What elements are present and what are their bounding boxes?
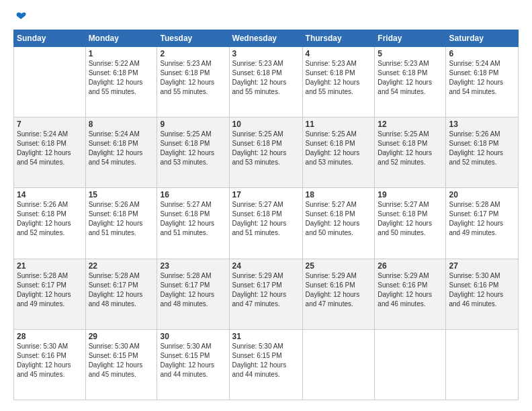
day-info: Sunrise: 5:24 AMSunset: 6:18 PMDaylight:… <box>17 130 83 167</box>
day-info: Sunrise: 5:26 AMSunset: 6:18 PMDaylight:… <box>17 200 83 238</box>
week-row-4: 28Sunrise: 5:30 AMSunset: 6:16 PMDayligh… <box>14 329 519 400</box>
header-row: SundayMondayTuesdayWednesdayThursdayFrid… <box>14 30 519 47</box>
day-cell: 18Sunrise: 5:27 AMSunset: 6:18 PMDayligh… <box>302 188 375 259</box>
day-number: 29 <box>89 332 154 341</box>
logo <box>13 11 27 23</box>
day-cell: 17Sunrise: 5:27 AMSunset: 6:18 PMDayligh… <box>229 188 302 259</box>
day-info: Sunrise: 5:30 AMSunset: 6:16 PMDaylight:… <box>17 342 83 379</box>
day-cell: 8Sunrise: 5:24 AMSunset: 6:18 PMDaylight… <box>85 118 157 188</box>
col-header-thursday: Thursday <box>302 30 375 47</box>
week-row-3: 21Sunrise: 5:28 AMSunset: 6:17 PMDayligh… <box>14 259 519 329</box>
day-number: 8 <box>89 120 154 129</box>
header <box>13 11 519 23</box>
day-number: 3 <box>232 49 300 58</box>
week-row-2: 14Sunrise: 5:26 AMSunset: 6:18 PMDayligh… <box>14 188 519 259</box>
day-cell: 3Sunrise: 5:23 AMSunset: 6:18 PMDaylight… <box>229 47 302 118</box>
day-number: 23 <box>160 261 226 271</box>
day-cell: 6Sunrise: 5:24 AMSunset: 6:18 PMDaylight… <box>446 47 519 118</box>
day-number: 26 <box>378 261 443 271</box>
day-info: Sunrise: 5:26 AMSunset: 6:18 PMDaylight:… <box>449 130 515 167</box>
day-cell: 7Sunrise: 5:24 AMSunset: 6:18 PMDaylight… <box>14 118 86 188</box>
day-cell <box>302 329 375 400</box>
day-cell <box>375 329 446 400</box>
day-cell: 16Sunrise: 5:27 AMSunset: 6:18 PMDayligh… <box>157 188 229 259</box>
day-number: 19 <box>378 190 443 199</box>
day-info: Sunrise: 5:23 AMSunset: 6:18 PMDaylight:… <box>232 59 300 97</box>
day-number: 2 <box>160 49 226 58</box>
day-number: 5 <box>378 49 443 58</box>
day-cell: 24Sunrise: 5:29 AMSunset: 6:17 PMDayligh… <box>229 259 302 329</box>
week-row-0: 1Sunrise: 5:22 AMSunset: 6:18 PMDaylight… <box>14 47 519 118</box>
day-cell: 12Sunrise: 5:25 AMSunset: 6:18 PMDayligh… <box>375 118 446 188</box>
page: SundayMondayTuesdayWednesdayThursdayFrid… <box>0 0 532 411</box>
day-cell: 22Sunrise: 5:28 AMSunset: 6:17 PMDayligh… <box>85 259 157 329</box>
day-info: Sunrise: 5:29 AMSunset: 6:16 PMDaylight:… <box>306 271 372 309</box>
day-info: Sunrise: 5:28 AMSunset: 6:17 PMDaylight:… <box>17 271 83 309</box>
day-info: Sunrise: 5:24 AMSunset: 6:18 PMDaylight:… <box>89 130 154 167</box>
day-number: 17 <box>232 190 300 199</box>
calendar-table: SundayMondayTuesdayWednesdayThursdayFrid… <box>13 30 519 400</box>
col-header-friday: Friday <box>375 30 446 47</box>
day-number: 1 <box>89 49 154 58</box>
day-number: 6 <box>449 49 515 58</box>
col-header-saturday: Saturday <box>446 30 519 47</box>
day-cell: 1Sunrise: 5:22 AMSunset: 6:18 PMDaylight… <box>85 47 157 118</box>
day-cell: 14Sunrise: 5:26 AMSunset: 6:18 PMDayligh… <box>14 188 86 259</box>
day-info: Sunrise: 5:23 AMSunset: 6:18 PMDaylight:… <box>160 59 226 97</box>
day-info: Sunrise: 5:27 AMSunset: 6:18 PMDaylight:… <box>232 200 300 238</box>
day-cell: 13Sunrise: 5:26 AMSunset: 6:18 PMDayligh… <box>446 118 519 188</box>
day-cell: 2Sunrise: 5:23 AMSunset: 6:18 PMDaylight… <box>157 47 229 118</box>
day-info: Sunrise: 5:23 AMSunset: 6:18 PMDaylight:… <box>378 59 443 97</box>
calendar-header: SundayMondayTuesdayWednesdayThursdayFrid… <box>14 30 519 47</box>
day-cell: 11Sunrise: 5:25 AMSunset: 6:18 PMDayligh… <box>302 118 375 188</box>
day-number: 12 <box>378 120 443 129</box>
logo-bird-icon <box>15 11 27 23</box>
col-header-sunday: Sunday <box>14 30 86 47</box>
day-number: 9 <box>160 120 226 129</box>
day-number: 24 <box>232 261 300 271</box>
day-info: Sunrise: 5:27 AMSunset: 6:18 PMDaylight:… <box>160 200 226 238</box>
day-info: Sunrise: 5:24 AMSunset: 6:18 PMDaylight:… <box>449 59 515 97</box>
day-cell: 21Sunrise: 5:28 AMSunset: 6:17 PMDayligh… <box>14 259 86 329</box>
day-cell: 23Sunrise: 5:28 AMSunset: 6:17 PMDayligh… <box>157 259 229 329</box>
day-cell: 29Sunrise: 5:30 AMSunset: 6:15 PMDayligh… <box>85 329 157 400</box>
day-info: Sunrise: 5:25 AMSunset: 6:18 PMDaylight:… <box>232 130 300 167</box>
logo-text <box>13 11 27 23</box>
day-info: Sunrise: 5:26 AMSunset: 6:18 PMDaylight:… <box>89 200 154 238</box>
day-info: Sunrise: 5:25 AMSunset: 6:18 PMDaylight:… <box>306 130 372 167</box>
day-info: Sunrise: 5:30 AMSunset: 6:16 PMDaylight:… <box>449 271 515 309</box>
day-info: Sunrise: 5:28 AMSunset: 6:17 PMDaylight:… <box>449 200 515 238</box>
day-number: 13 <box>449 120 515 129</box>
calendar-body: 1Sunrise: 5:22 AMSunset: 6:18 PMDaylight… <box>14 47 519 400</box>
day-cell: 4Sunrise: 5:23 AMSunset: 6:18 PMDaylight… <box>302 47 375 118</box>
day-cell: 15Sunrise: 5:26 AMSunset: 6:18 PMDayligh… <box>85 188 157 259</box>
day-cell: 28Sunrise: 5:30 AMSunset: 6:16 PMDayligh… <box>14 329 86 400</box>
day-cell: 5Sunrise: 5:23 AMSunset: 6:18 PMDaylight… <box>375 47 446 118</box>
day-info: Sunrise: 5:28 AMSunset: 6:17 PMDaylight:… <box>89 271 154 309</box>
day-number: 20 <box>449 190 515 199</box>
day-cell: 26Sunrise: 5:29 AMSunset: 6:16 PMDayligh… <box>375 259 446 329</box>
day-info: Sunrise: 5:30 AMSunset: 6:15 PMDaylight:… <box>89 342 154 379</box>
day-info: Sunrise: 5:25 AMSunset: 6:18 PMDaylight:… <box>378 130 443 167</box>
day-number: 16 <box>160 190 226 199</box>
day-cell: 20Sunrise: 5:28 AMSunset: 6:17 PMDayligh… <box>446 188 519 259</box>
col-header-monday: Monday <box>85 30 157 47</box>
day-number: 7 <box>17 120 83 129</box>
day-cell: 30Sunrise: 5:30 AMSunset: 6:15 PMDayligh… <box>157 329 229 400</box>
day-number: 22 <box>89 261 154 271</box>
day-number: 28 <box>17 332 83 341</box>
col-header-tuesday: Tuesday <box>157 30 229 47</box>
day-number: 11 <box>306 120 372 129</box>
day-info: Sunrise: 5:30 AMSunset: 6:15 PMDaylight:… <box>232 342 300 379</box>
day-info: Sunrise: 5:29 AMSunset: 6:16 PMDaylight:… <box>378 271 443 309</box>
day-info: Sunrise: 5:22 AMSunset: 6:18 PMDaylight:… <box>89 59 154 97</box>
day-cell <box>446 329 519 400</box>
day-info: Sunrise: 5:25 AMSunset: 6:18 PMDaylight:… <box>160 130 226 167</box>
day-info: Sunrise: 5:29 AMSunset: 6:17 PMDaylight:… <box>232 271 300 309</box>
day-cell: 10Sunrise: 5:25 AMSunset: 6:18 PMDayligh… <box>229 118 302 188</box>
day-number: 27 <box>449 261 515 271</box>
day-info: Sunrise: 5:30 AMSunset: 6:15 PMDaylight:… <box>160 342 226 379</box>
day-cell: 31Sunrise: 5:30 AMSunset: 6:15 PMDayligh… <box>229 329 302 400</box>
day-number: 18 <box>306 190 372 199</box>
day-cell: 27Sunrise: 5:30 AMSunset: 6:16 PMDayligh… <box>446 259 519 329</box>
